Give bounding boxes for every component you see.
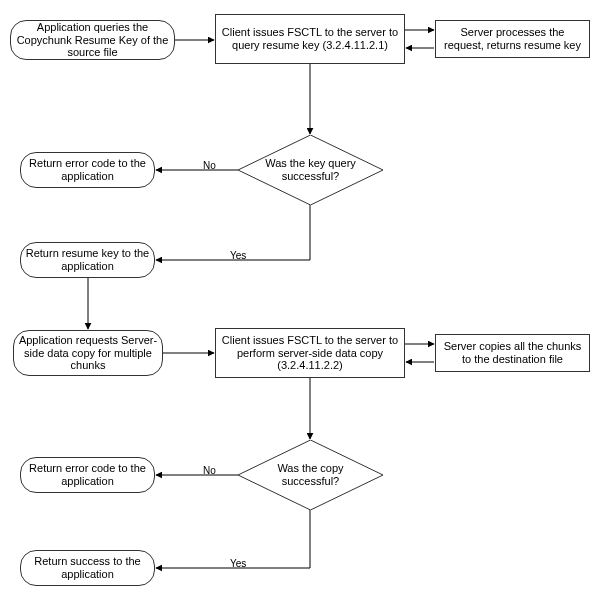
node-label: Server copies all the chunks to the dest… [440, 340, 585, 365]
node-server-query: Server processes the request, returns re… [435, 20, 590, 58]
node-ok-key: Return resume key to the application [20, 242, 155, 278]
node-client-query: Client issues FSCTL to the server to que… [215, 14, 405, 64]
edge-label-no: No [203, 160, 216, 171]
node-client-copy: Client issues FSCTL to the server to per… [215, 328, 405, 378]
node-label: Return resume key to the application [25, 247, 150, 272]
node-app-query-key: Application queries the Copychunk Resume… [10, 20, 175, 60]
edge-label-no: No [203, 465, 216, 476]
node-label: Was the key query successful? [242, 157, 379, 182]
flowchart-canvas: Application queries the Copychunk Resume… [0, 0, 602, 601]
node-server-copy: Server copies all the chunks to the dest… [435, 334, 590, 372]
node-app-copy-req: Application requests Server-side data co… [13, 330, 163, 376]
node-label: Server processes the request, returns re… [440, 26, 585, 51]
node-label: Application queries the Copychunk Resume… [15, 21, 170, 59]
node-label: Client issues FSCTL to the server to que… [220, 26, 400, 51]
node-label: Return error code to the application [25, 462, 150, 487]
node-label: Return error code to the application [25, 157, 150, 182]
node-decision-copy: Was the copy successful? [238, 440, 383, 510]
node-label: Client issues FSCTL to the server to per… [220, 334, 400, 372]
edge-label-yes: Yes [230, 250, 246, 261]
node-label: Application requests Server-side data co… [18, 334, 158, 372]
node-ok-copy: Return success to the application [20, 550, 155, 586]
node-err-key: Return error code to the application [20, 152, 155, 188]
node-err-copy: Return error code to the application [20, 457, 155, 493]
node-label: Was the copy successful? [242, 462, 379, 487]
edge-label-yes: Yes [230, 558, 246, 569]
edges-layer [0, 0, 602, 601]
node-decision-key: Was the key query successful? [238, 135, 383, 205]
node-label: Return success to the application [25, 555, 150, 580]
